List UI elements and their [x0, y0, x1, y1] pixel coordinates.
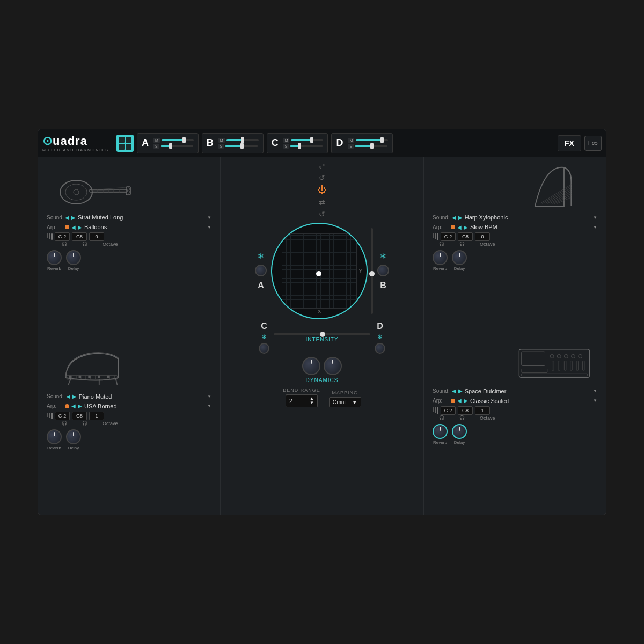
v-slider-b-thumb[interactable] [369, 271, 375, 276]
mapping-dropdown-arrow[interactable]: ▼ [352, 399, 357, 405]
dynamics-knob2[interactable] [324, 357, 342, 375]
panel-b-arp-next[interactable]: ▶ [464, 224, 468, 230]
panel-d-arp-prev[interactable]: ◀ [457, 398, 462, 404]
panel-b-range-high[interactable]: G8 [458, 232, 473, 241]
panel-a-sound-dropdown[interactable]: ▼ [207, 215, 211, 220]
knob-c-side[interactable] [259, 343, 269, 354]
channel-b-fader-bot[interactable] [225, 145, 258, 147]
channel-b-s-btn[interactable]: S [218, 144, 224, 149]
panel-a-arp-dot[interactable] [65, 225, 69, 229]
knob-d-side[interactable] [375, 343, 385, 354]
channel-b-controls: M S [218, 138, 259, 149]
mapping-select[interactable]: Omni ▼ [329, 397, 361, 407]
panel-c-sound-dropdown[interactable]: ▼ [207, 394, 211, 399]
panel-b-reverb-knob[interactable] [433, 250, 448, 265]
panel-a-arp-prev[interactable]: ◀ [71, 224, 76, 230]
channel-a-fader-bot-thumb[interactable] [169, 143, 172, 149]
panel-d-sound-prev[interactable]: ◀ [452, 388, 456, 394]
panel-d-octave-val[interactable]: 1 [475, 406, 490, 415]
undo-btn-2[interactable]: ↺ [319, 210, 325, 218]
panel-c-sound-next[interactable]: ▶ [72, 393, 77, 399]
panel-a-arp-dropdown[interactable]: ▼ [207, 225, 211, 230]
shuffle-btn-1[interactable]: ⇄ [319, 162, 325, 170]
channel-d-fader-top[interactable] [356, 139, 388, 141]
channel-c-s-btn[interactable]: S [283, 144, 289, 149]
channel-c-fader-bot[interactable] [290, 145, 323, 147]
panel-c-delay-knob[interactable] [66, 429, 81, 444]
panel-b-range-low[interactable]: C-2 [441, 232, 456, 241]
panel-c-arp-dropdown[interactable]: ▼ [207, 404, 211, 408]
panel-b-sound-prev[interactable]: ◀ [452, 215, 456, 221]
fx-button[interactable]: FX [558, 135, 581, 151]
shuffle-btn-2[interactable]: ⇄ [319, 198, 325, 207]
channel-c-fader-top-thumb[interactable] [310, 137, 313, 143]
h-slider-intensity[interactable] [274, 333, 370, 335]
panel-d-sound-dropdown[interactable]: ▼ [593, 389, 597, 393]
power-btn[interactable]: ⏻ [318, 185, 326, 195]
channel-c-fader-bot-thumb[interactable] [298, 143, 301, 149]
panel-c-octave-val[interactable]: 1 [89, 412, 104, 420]
uvi-button[interactable]: I ∞ [584, 136, 602, 151]
channel-d-s-btn[interactable]: S [348, 144, 354, 149]
knob-b-side[interactable] [377, 265, 389, 276]
spinbox-arrows[interactable]: ▲ ▼ [310, 397, 314, 405]
channel-d-fader-top-thumb[interactable] [380, 137, 384, 143]
panel-a-sound-prev[interactable]: ◀ [65, 215, 69, 221]
panel-d-arp-dot[interactable] [451, 399, 455, 403]
panel-c-arp-next[interactable]: ▶ [78, 403, 82, 409]
channel-c-m-btn[interactable]: M [283, 138, 290, 143]
channel-d-m-btn[interactable]: M [348, 138, 354, 143]
xy-dot[interactable] [316, 271, 321, 276]
panel-b-sound-dropdown[interactable]: ▼ [593, 215, 597, 220]
panel-d-slider-bars [433, 407, 438, 414]
panel-a-range-low[interactable]: C-2 [55, 232, 70, 241]
channel-c-fader-top[interactable] [291, 139, 323, 141]
xy-pad[interactable]: X Y [271, 223, 368, 319]
panel-d-sound-next[interactable]: ▶ [458, 388, 463, 394]
grid-icon[interactable] [116, 135, 134, 152]
panel-b-arp-dropdown[interactable]: ▼ [593, 225, 597, 230]
panel-b-sound-next[interactable]: ▶ [458, 215, 463, 221]
panel-d-reverb-knob[interactable] [433, 424, 448, 439]
channel-b-fader-top[interactable] [226, 139, 259, 141]
panel-a-range-high[interactable]: G8 [72, 232, 87, 241]
panel-c-arp-prev[interactable]: ◀ [71, 403, 76, 409]
channel-a-fader-bot[interactable] [161, 145, 193, 147]
channel-d-fader-bot-thumb[interactable] [370, 143, 374, 149]
channel-b-fader-top-thumb[interactable] [241, 137, 244, 143]
panel-d-range-high[interactable]: G8 [458, 406, 473, 415]
panel-c-reverb-knob[interactable] [47, 429, 62, 444]
panel-d-range-low[interactable]: C-2 [441, 406, 456, 415]
panel-b-arp-dot[interactable] [451, 225, 455, 229]
panel-c-range-low[interactable]: C-2 [55, 412, 70, 420]
channel-a-fader-top-thumb[interactable] [182, 137, 186, 143]
panel-c-arp-dot[interactable] [65, 404, 69, 408]
panel-a-delay-knob[interactable] [66, 250, 81, 265]
panel-a-octave-val[interactable]: 0 [89, 232, 104, 241]
panel-d-arp-next[interactable]: ▶ [464, 398, 468, 404]
channel-a-m-btn[interactable]: M [153, 138, 160, 143]
panel-c-range-high[interactable]: G8 [72, 412, 87, 420]
channel-d-fader-bot[interactable] [355, 145, 387, 147]
panel-d-delay-knob[interactable] [452, 424, 467, 439]
dynamics-knob1[interactable] [302, 357, 320, 375]
panel-c-sound-prev[interactable]: ◀ [66, 393, 70, 399]
channel-a-s-btn[interactable]: S [153, 144, 159, 149]
panel-b-arp-prev[interactable]: ◀ [457, 224, 462, 230]
channel-b-m-btn[interactable]: M [218, 138, 225, 143]
panel-a-reverb-knob[interactable] [47, 250, 62, 265]
channel-b-fader-bot-thumb[interactable] [240, 143, 244, 149]
panel-b-delay-knob[interactable] [452, 250, 467, 265]
undo-btn-1[interactable]: ↺ [319, 173, 325, 182]
spinbox-down[interactable]: ▼ [310, 401, 314, 405]
panel-a-arp-next[interactable]: ▶ [78, 224, 82, 230]
v-slider-b[interactable] [371, 228, 373, 314]
bend-range-select[interactable]: 2 ▲ ▼ [286, 394, 318, 407]
panel-a-sound-next[interactable]: ▶ [71, 215, 76, 221]
h-slider-thumb[interactable] [320, 332, 325, 337]
panel-d-arp-dropdown[interactable]: ▼ [593, 398, 597, 403]
panel-b-octave-val[interactable]: 0 [475, 232, 490, 241]
channel-a-fader-top[interactable] [162, 139, 194, 141]
ms-row-b: M [218, 138, 259, 143]
knob-a-side[interactable] [255, 265, 267, 276]
